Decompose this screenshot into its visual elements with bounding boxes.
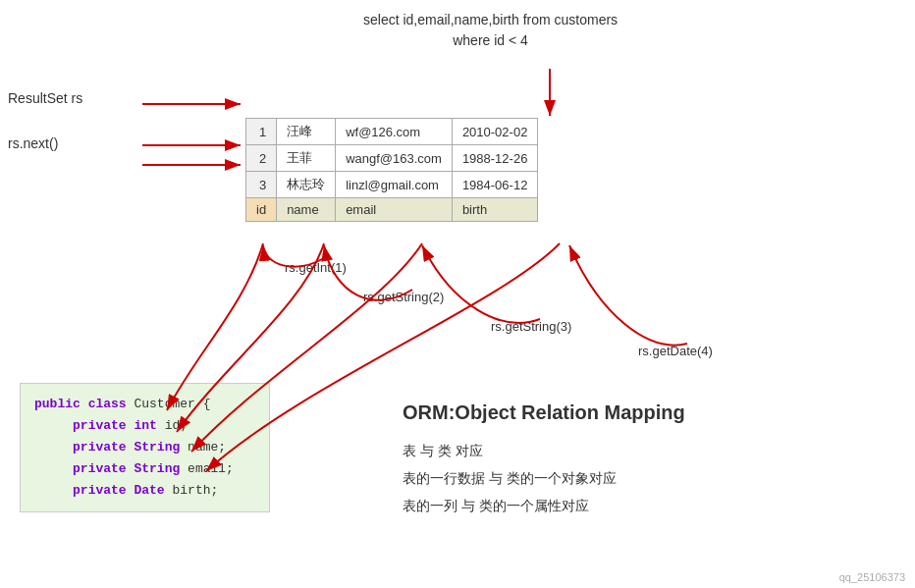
data-cell: 林志玲 — [277, 172, 336, 198]
col-header-birth: birth — [452, 198, 538, 222]
code-line2: private int id; — [34, 415, 255, 437]
sql-query: select id,email,name,birth from customer… — [363, 10, 618, 51]
code-line1: public class Customer { — [34, 394, 255, 415]
orm-line3: 表的一列 与 类的一个属性对应 — [403, 492, 685, 519]
code-box: public class Customer { private int id; … — [20, 383, 270, 512]
row-num: 3 — [246, 172, 277, 198]
data-cell: wangf@163.com — [336, 145, 453, 172]
data-cell: 汪峰 — [277, 119, 336, 145]
code-keyword-private1: private — [73, 418, 127, 433]
row-num: 2 — [246, 145, 277, 172]
code-keyword-private2: private — [73, 440, 127, 454]
getstring2-label: rs.getString(2) — [363, 290, 444, 304]
code-keyword-private4: private — [73, 483, 127, 498]
resultset-label: ResultSet rs — [8, 90, 82, 106]
data-cell: 王菲 — [277, 145, 336, 172]
code-type-int: int — [134, 418, 156, 433]
sql-line2: where id < 4 — [363, 30, 618, 51]
code-keyword-private3: private — [73, 461, 127, 476]
getint-label: rs.getInt(1) — [285, 260, 347, 275]
col-header-email: email — [336, 198, 453, 222]
code-type-string1: String — [134, 440, 180, 454]
row-num: 1 — [246, 119, 277, 145]
data-cell: 2010-02-02 — [452, 119, 538, 145]
table-row: 1 汪峰 wf@126.com 2010-02-02 — [246, 119, 538, 145]
orm-line1: 表 与 类 对应 — [403, 437, 685, 464]
sql-line1: select id,email,name,birth from customer… — [363, 10, 618, 30]
getstring3-label: rs.getString(3) — [491, 319, 571, 334]
data-cell: 1988-12-26 — [452, 145, 538, 172]
data-table: 1 汪峰 wf@126.com 2010-02-02 2 王菲 wangf@16… — [245, 118, 538, 222]
table-row: 3 林志玲 linzl@gmail.com 1984-06-12 — [246, 172, 538, 198]
rsnext-label: rs.next() — [8, 135, 58, 151]
code-line5: private Date birth; — [34, 480, 255, 502]
code-line3: private String name; — [34, 437, 255, 458]
table-header-row: id name email birth — [246, 198, 538, 222]
orm-title: ORM:Object Relation Mapping — [403, 393, 685, 432]
col-header-name: name — [277, 198, 336, 222]
code-keyword-public: public — [34, 397, 81, 411]
data-cell: linzl@gmail.com — [336, 172, 453, 198]
orm-line2: 表的一行数据 与 类的一个对象对应 — [403, 464, 685, 492]
watermark: qq_25106373 — [839, 571, 905, 583]
data-cell: 1984-06-12 — [452, 172, 538, 198]
code-type-string2: String — [134, 461, 180, 476]
page-container: select id,email,name,birth from customer… — [0, 0, 915, 588]
orm-section: ORM:Object Relation Mapping 表 与 类 对应 表的一… — [403, 393, 685, 519]
code-line4: private String email; — [34, 458, 255, 480]
code-type-date: Date — [134, 483, 164, 498]
table-row: 2 王菲 wangf@163.com 1988-12-26 — [246, 145, 538, 172]
getdate4-label: rs.getDate(4) — [638, 344, 713, 358]
code-keyword-class: class — [88, 397, 127, 411]
col-header-id: id — [246, 198, 277, 222]
data-cell: wf@126.com — [336, 119, 453, 145]
